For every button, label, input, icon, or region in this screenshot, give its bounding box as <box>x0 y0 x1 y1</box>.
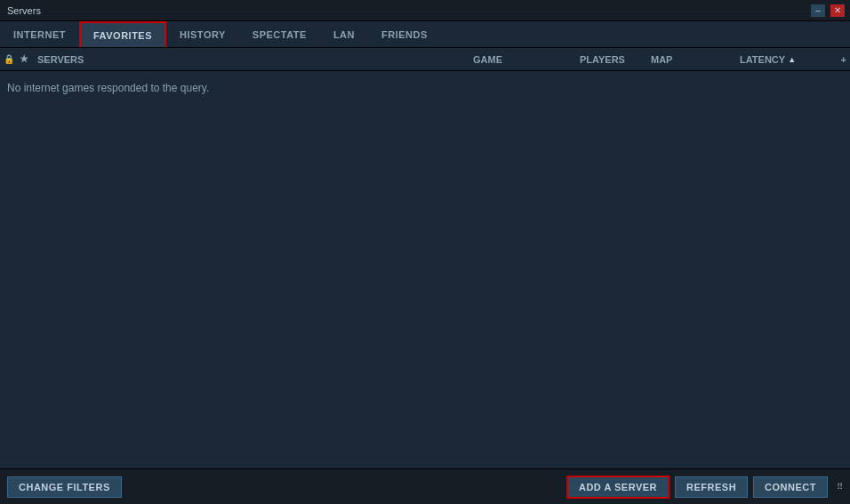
players-col-header: PLAYERS <box>580 54 651 65</box>
add-col-header[interactable]: + <box>829 54 846 65</box>
window-title: Servers <box>7 5 41 16</box>
tab-internet[interactable]: INTERNET <box>0 21 79 47</box>
refresh-button[interactable]: REFRESH <box>675 476 748 498</box>
sort-arrow-icon: ▲ <box>788 55 796 64</box>
boost-col-header: ★ <box>20 53 37 65</box>
title-controls: – ✕ <box>811 4 845 17</box>
change-filters-button[interactable]: CHANGE FILTERS <box>7 476 122 498</box>
title-bar: Servers – ✕ <box>0 0 850 21</box>
tab-friends[interactable]: FRIENDS <box>368 21 441 47</box>
no-results-message: No internet games responded to the query… <box>7 78 843 98</box>
map-col-header: MAP <box>651 54 740 65</box>
tab-bar: INTERNETFAVORITESHISTORYSPECTATELANFRIEN… <box>0 21 850 48</box>
tab-history[interactable]: HISTORY <box>166 21 239 47</box>
bottom-bar: CHANGE FILTERS ADD A SERVER REFRESH CONN… <box>0 468 850 504</box>
tab-favorites[interactable]: FAVORITES <box>79 21 166 47</box>
right-buttons: ADD A SERVER REFRESH CONNECT ⠿ <box>566 476 843 499</box>
column-headers: 🔒 ★ SERVERS GAME PLAYERS MAP LATENCY ▲ + <box>0 48 850 71</box>
game-col-header: GAME <box>473 54 580 65</box>
add-server-button[interactable]: ADD A SERVER <box>566 476 670 499</box>
tab-lan[interactable]: LAN <box>320 21 368 47</box>
minimize-button[interactable]: – <box>811 4 825 17</box>
server-list: No internet games responded to the query… <box>0 71 850 468</box>
lock-col-header: 🔒 <box>4 54 20 64</box>
servers-col-header: SERVERS <box>37 54 473 65</box>
dots-icon: ⠿ <box>837 482 843 492</box>
connect-button[interactable]: CONNECT <box>753 476 828 498</box>
latency-col-header[interactable]: LATENCY ▲ <box>740 54 829 65</box>
tab-spectate[interactable]: SPECTATE <box>239 21 320 47</box>
close-button[interactable]: ✕ <box>830 4 845 17</box>
